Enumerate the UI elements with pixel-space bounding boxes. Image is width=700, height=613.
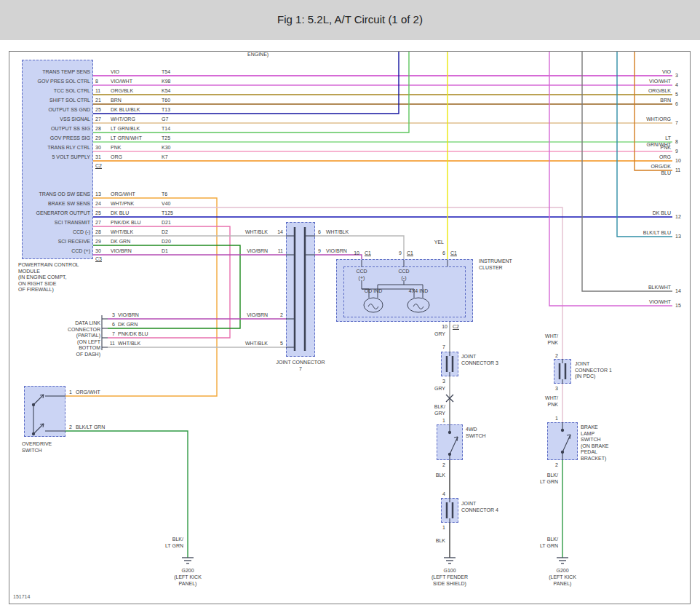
pcm-row-wire: DK GRN [111,239,130,245]
wire-label-wht-pnk: WHT/ PNK [545,333,558,346]
pcm-row-pin: 28 [95,126,101,133]
dlc-pins [102,315,108,350]
pcm-row-wire: DK BLU [111,210,129,217]
pcm-row-wire: VIO/WHT [111,79,132,85]
pcm-row-name: 5 VOLT SUPPLY [52,154,90,161]
ccd-plus-label: CCD (+) [356,269,367,281]
wire-label-wht-pnk: WHT/ PNK [545,395,558,408]
edge-wire: DK BLU [653,210,671,217]
wire-org-wht [65,198,217,396]
pin-label: 2 [442,462,445,469]
edge-wire: WHT/ORG [646,116,671,123]
ground-symbol-middle [444,558,456,563]
joint-connector1-bus [560,359,565,384]
ground-id: G200 [181,568,194,574]
pcm-row-wire: WHT/ORG [111,116,135,123]
dlc-pin: 3 [112,312,115,319]
pcm-row-circuit: T13 [162,107,170,114]
jc7-pin: 9 [318,248,321,255]
jc7-wire: VIO/BRN [247,312,268,319]
pcm-row-name: BRAKE SW SENS [48,201,90,207]
pcm-row-pin: 27 [95,116,101,123]
edge-pin: 7 [675,120,678,127]
pcm-connector-c2: C2 [95,163,102,170]
pcm-row-wire: PNK [111,145,121,151]
jc7-pin: 6 [318,229,321,236]
wire-label-org-wht: ORG/WHT [76,389,100,396]
pcm-row-name: CCD (-) [73,229,90,236]
pcm-row-circuit: K30 [162,145,170,151]
cropped-top-label: ENGINE) [247,52,269,58]
pcm-row-name: VSS SIGNAL [60,116,90,123]
jc7-pin: 14 [277,229,283,236]
pcm-row-name: OUTPUT SS SIG [51,126,90,133]
pcm-row-circuit: D2 [162,229,168,236]
jc7-wire: WHT/BLK [326,229,349,236]
pcm-row-wire: LT GRN/WHT [111,135,142,142]
edge-wire: BRN [660,98,671,104]
wire-wht-blk-cluster [315,236,404,259]
pcm-row-pin: 29 [95,135,101,142]
jc7-label: JOINT CONNECTOR 7 [276,360,325,372]
edge-pin: 9 [675,149,678,155]
jc7-wire: WHT/BLK [245,229,268,236]
cluster-conn: C1 [407,250,413,257]
edge-pin: 5 [675,92,678,98]
ground-location: (LEFT KICK PANEL) [549,574,576,587]
pcm-row-wire: DK BLU/BLK [111,107,140,114]
pcm-row-circuit: T25 [162,135,170,142]
pcm-row-wire: BRN [111,98,122,104]
overdrive-switch-symbol [32,395,65,435]
pcm-row-pin: 28 [95,229,101,236]
edge-pin: 12 [675,214,681,221]
pcm-row-pin: 11 [95,88,100,95]
pcm-row-wire: WHT/PNK [111,201,134,207]
pcm-row-pin: 25 [95,107,101,114]
cluster-pin: 9 [399,250,402,257]
pcm-row-circuit: T54 [162,69,170,76]
edge-pin: 8 [675,139,678,146]
pin-label: 3 [555,386,558,392]
cluster-internals [362,260,448,312]
wire-label-gry: GRY [434,331,445,338]
pcm-row-wire: ORG [111,154,122,161]
cluster-pin: 10 [442,324,448,331]
pcm-row-circuit: D21 [162,220,171,226]
edge-wire: ORG/BLK [648,88,671,95]
pcm-row-name: GENERATOR OUTPUT [36,210,90,217]
reference-number: 151714 [13,594,30,601]
wire-label-gry: GRY [434,386,445,392]
ground-symbol-left [182,558,194,563]
pin-label: 2 [555,462,558,469]
wire-label-blk-gry: BLK/ GRY [434,404,445,416]
edge-pin: 3 [675,73,678,79]
pcm-row-name: GOV PRESS SIG [50,135,90,142]
dlc-wire: VIO/BRN [118,312,139,319]
jc7-wire: VIO/BRN [326,248,347,255]
jc7-pin: 2 [280,312,283,319]
edge-pin: 14 [675,288,681,295]
pcm-row-name: TCC SOL CTRL [54,88,90,95]
dlc-wire: DK GRN [118,322,138,328]
pin-label: 2 [555,353,558,360]
pcm-row-circuit: T60 [162,98,170,104]
edge-wire: BLK/WHT [648,285,671,291]
pcm-row-name: SCI TRANSMIT [55,220,90,226]
pin-label: 1 [555,416,558,422]
cluster-pin: 6 [442,250,445,257]
pcm-row-pin: 27 [95,220,101,226]
pin-label: 1 [69,389,72,396]
cluster-conn: C1 [365,250,371,257]
wire-label-blk: BLK [436,538,445,545]
ground-location: (LEFT KICK PANEL) [174,574,202,587]
x4-ind-label: 4X4 IND [409,288,428,295]
pcm-row-pin: 8 [95,79,98,85]
pcm-row-name: OUTPUT SS GND [49,107,90,114]
pcm-row-name: TRANS TEMP SENS [42,69,90,76]
edge-wire: VIO/WHT [649,299,671,306]
pcm-row-pin: 30 [95,248,101,255]
pcm-row-pin: 24 [95,201,101,207]
cluster-label: INSTRUMENT CLUSTER [479,258,512,271]
ccd-minus-label: CCD (-) [398,269,409,281]
pcm-row-pin: 25 [95,210,101,217]
